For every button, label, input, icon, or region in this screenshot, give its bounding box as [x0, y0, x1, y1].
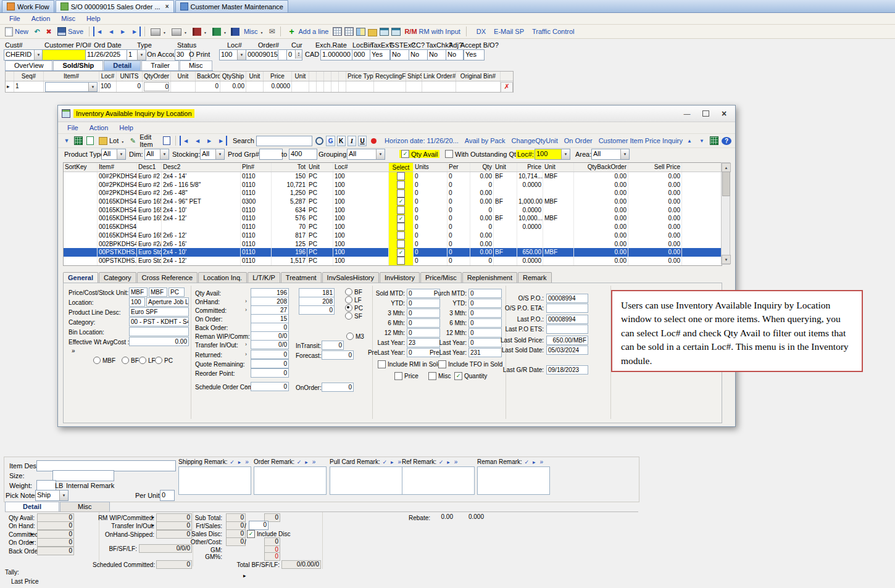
product-type-combo[interactable]: All — [101, 149, 126, 160]
inquiry-menu-action[interactable]: Action — [84, 123, 114, 132]
unit-radio-lf[interactable]: LF — [139, 357, 156, 364]
expand-arrow-icon[interactable]: ▸ — [31, 539, 33, 545]
taxchk-input[interactable]: No — [427, 49, 446, 60]
add-line-button[interactable]: Add a line — [285, 26, 330, 37]
inquiry-tab-treatment[interactable]: Treatment — [281, 272, 322, 283]
type-combo[interactable]: 1 — [127, 49, 146, 60]
size-input[interactable] — [52, 470, 114, 481]
select-checkbox[interactable] — [397, 189, 405, 197]
outstanding-checkbox[interactable] — [445, 150, 453, 158]
edit-pencil-icon[interactable] — [128, 136, 138, 146]
remark-check-icon[interactable] — [229, 459, 235, 465]
order-date-input[interactable]: 11/26/2025 — [85, 49, 128, 60]
scroll-up-icon[interactable]: ▲ — [722, 163, 731, 172]
remark-more-icon[interactable] — [539, 458, 544, 465]
sort-up-icon[interactable] — [685, 136, 694, 146]
inquiry-tab-replenishment[interactable]: Replenishment — [462, 272, 517, 283]
uom-radio-sf[interactable]: SF — [345, 312, 362, 320]
remark-more-icon[interactable] — [453, 458, 459, 465]
font-u-button[interactable]: U — [358, 136, 367, 146]
inventory-row[interactable]: 00PSTKDHS...Euro Std ...2x4 - 10'0110196… — [64, 248, 722, 257]
folder-icon[interactable] — [368, 29, 377, 36]
tab-detail[interactable]: Detail — [104, 60, 141, 70]
window-tab[interactable]: S/O 00009015 Sales Order ... — [56, 0, 174, 12]
include-rmi-checkbox[interactable] — [378, 360, 386, 368]
unit-radio-mbf[interactable]: MBF — [93, 357, 115, 364]
select-checkbox[interactable] — [397, 223, 405, 231]
inventory-row[interactable]: 00#2PKDHS4...Euro #2 ...2x4 - 14'0110150… — [64, 172, 722, 181]
search-input[interactable] — [256, 136, 313, 146]
nav-prev-icon[interactable] — [193, 136, 202, 146]
inventory-row[interactable]: 00PSTKDHS...Euro Std...2x4 - 12'01101,51… — [64, 257, 722, 265]
grouping-combo[interactable]: All — [347, 149, 385, 160]
remark-check-icon[interactable] — [438, 459, 444, 465]
delete-line-button[interactable]: ✗ — [501, 82, 513, 93]
tab-close-icon[interactable] — [165, 3, 169, 10]
grid-icon[interactable] — [333, 27, 342, 36]
tab-soldship[interactable]: Sold/Ship — [53, 60, 103, 70]
area-combo[interactable]: All — [591, 149, 630, 160]
price-checkbox[interactable] — [394, 372, 402, 380]
menu-misc[interactable]: Misc — [56, 14, 81, 23]
nav-last-icon[interactable] — [130, 27, 141, 36]
save-button[interactable]: Save — [56, 27, 85, 36]
remark-more-icon[interactable] — [311, 458, 317, 465]
inquiry-menu-help[interactable]: Help — [114, 123, 139, 132]
accept-bo-input[interactable]: Yes — [464, 49, 485, 60]
close-button[interactable] — [719, 109, 729, 118]
select-checkbox[interactable] — [397, 206, 405, 214]
remark-textarea[interactable] — [330, 466, 402, 495]
on-order-link[interactable]: On Order — [564, 137, 593, 144]
search-icon[interactable] — [315, 137, 323, 145]
remark-textarea[interactable] — [402, 466, 475, 495]
cur-lookup-button[interactable] — [278, 49, 287, 60]
inventory-row[interactable]: 00165KDHS4...Euro 165...2x4 - 10'0110634… — [64, 206, 722, 215]
misc-checkbox[interactable] — [428, 372, 436, 380]
print-preview-button[interactable] — [170, 27, 189, 36]
excel-icon[interactable] — [710, 136, 718, 145]
select-checkbox[interactable] — [397, 215, 405, 223]
order-number-input[interactable]: 00009015 — [246, 49, 283, 60]
inventory-row[interactable]: 00165KDHS4...Euro 165...2x6 - 12'0110817… — [64, 231, 722, 240]
select-checkbox[interactable] — [397, 172, 405, 180]
delete-icon[interactable] — [44, 27, 54, 36]
include-tfo-checkbox[interactable] — [438, 360, 446, 368]
vertical-scrollbar[interactable]: ▲ ▼ — [721, 162, 730, 265]
order-grid-row[interactable]: ▸11000000.000.0000✗ — [6, 81, 513, 92]
nav-next-icon[interactable] — [118, 27, 128, 36]
qty-avail-checkbox[interactable] — [401, 150, 409, 158]
expand-arrow-icon[interactable]: ▸ — [152, 523, 154, 528]
tab-misc[interactable]: Misc — [180, 60, 212, 70]
inquiry-tab-crossreference[interactable]: Cross Reference — [137, 272, 198, 283]
export-icon[interactable] — [74, 136, 83, 145]
select-checkbox[interactable] — [397, 257, 405, 265]
traffic-control-button[interactable]: Traffic Control — [532, 28, 574, 35]
cc-input[interactable]: No — [409, 49, 428, 60]
font-i-button[interactable]: I — [348, 136, 356, 146]
inquiry-tab-invsaleshistory[interactable]: InvSalesHistory — [322, 272, 379, 283]
detail-tab-detail[interactable]: Detail — [5, 502, 59, 511]
misc-menu-button[interactable]: Misc — [242, 27, 265, 36]
menu-help[interactable]: Help — [81, 14, 106, 23]
menu-file[interactable]: File — [4, 14, 26, 23]
internal-remark-label[interactable]: Internal Remark — [66, 482, 114, 489]
expand-arrow-icon[interactable]: ▸ — [243, 573, 246, 579]
minimize-button[interactable] — [682, 109, 692, 118]
qty-avail-filter[interactable]: Qty Avail — [399, 150, 439, 158]
inquiry-tab-category[interactable]: Category — [99, 272, 136, 283]
email-icon[interactable] — [267, 27, 277, 36]
remark-arrow-icon[interactable] — [446, 459, 451, 465]
new-button[interactable]: New — [3, 27, 30, 37]
spinner-arrows-icon[interactable]: ▲▼ — [295, 50, 302, 59]
exch-rate-input[interactable]: 1.000000 — [320, 49, 355, 60]
menu-action[interactable]: Action — [26, 14, 56, 23]
remark-arrow-icon[interactable] — [389, 459, 395, 465]
m3-radio[interactable] — [346, 333, 354, 340]
remark-textarea[interactable] — [178, 466, 251, 495]
email-sp-button[interactable]: E-Mail SP — [494, 28, 524, 35]
inquiry-tab-invhistory[interactable]: InvHistory — [380, 272, 420, 283]
font-k-button[interactable]: K — [337, 136, 346, 146]
inquiry-tab-ltkp[interactable]: L/T/K/P — [248, 272, 280, 283]
window-icon[interactable] — [380, 28, 389, 36]
select-checkbox[interactable] — [397, 249, 405, 257]
